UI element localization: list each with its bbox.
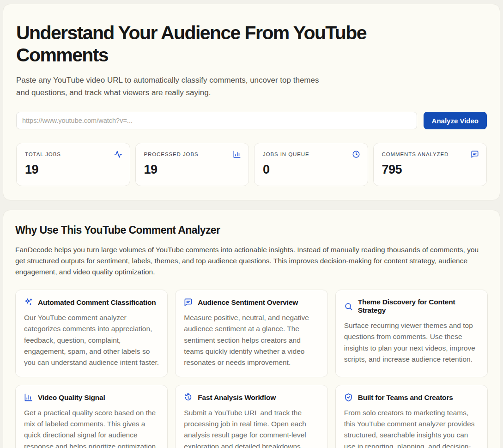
stat-value: 795 <box>382 163 479 177</box>
feature-card-sentiment: Audience Sentiment Overview Measure posi… <box>175 290 327 377</box>
stat-value: 19 <box>25 163 122 177</box>
stats-row: TOTAL JOBS 19 PROCESSED JOBS 19 JOBS IN … <box>16 143 487 186</box>
url-submit-row: Analyze Video <box>16 112 487 129</box>
feature-card-classification: Automated Comment Classification Our You… <box>15 290 168 377</box>
feature-card-teams: Built for Teams and Creators From solo c… <box>335 385 488 448</box>
feature-title: Video Quality Signal <box>38 394 105 402</box>
hero-section: Understand Your Audience From YouTube Co… <box>3 4 500 200</box>
feature-body: Get a practical quality score based on t… <box>24 407 159 448</box>
stat-card-jobs-in-queue: JOBS IN QUEUE 0 <box>254 143 368 186</box>
section-intro: FanDecode helps you turn large volumes o… <box>15 244 488 278</box>
bar-chart-icon <box>24 393 33 402</box>
feature-card-quality-signal: Video Quality Signal Get a practical qua… <box>15 385 168 448</box>
feature-body: From solo creators to marketing teams, t… <box>344 407 479 448</box>
stat-label: TOTAL JOBS <box>25 151 61 157</box>
stat-value: 19 <box>144 163 242 177</box>
feature-title: Theme Discovery for Content Strategy <box>358 298 479 315</box>
comment-icon <box>184 298 193 307</box>
feature-title: Built for Teams and Creators <box>358 394 453 402</box>
feature-body: Surface recurring viewer themes and top … <box>344 320 479 365</box>
why-use-section: Why Use This YouTube Comment Analyzer Fa… <box>3 210 500 448</box>
feature-grid: Automated Comment Classification Our You… <box>15 290 488 448</box>
feature-title: Audience Sentiment Overview <box>198 298 298 307</box>
stat-label: PROCESSED JOBS <box>144 151 199 157</box>
stat-card-processed-jobs: PROCESSED JOBS 19 <box>135 143 249 186</box>
video-url-input[interactable] <box>16 112 417 129</box>
stat-label: COMMENTS ANALYZED <box>382 151 449 157</box>
feature-title: Fast Analysis Workflow <box>198 394 276 402</box>
stat-label: JOBS IN QUEUE <box>263 151 309 157</box>
section-heading: Why Use This YouTube Comment Analyzer <box>15 224 488 236</box>
page-subtitle: Paste any YouTube video URL to automatic… <box>16 74 330 99</box>
stat-value: 0 <box>263 163 360 177</box>
activity-icon <box>114 150 122 158</box>
clock-icon <box>352 150 360 158</box>
bar-chart-icon <box>233 150 241 158</box>
shield-check-icon <box>344 393 353 402</box>
search-icon <box>344 302 353 311</box>
feature-body: Our YouTube comment analyzer categorizes… <box>24 312 159 368</box>
sparkles-icon <box>24 298 33 307</box>
analyze-video-button[interactable]: Analyze Video <box>424 112 487 129</box>
timer-icon <box>184 393 193 402</box>
feature-card-fast-workflow: Fast Analysis Workflow Submit a YouTube … <box>175 385 327 448</box>
page-title: Understand Your Audience From YouTube Co… <box>16 22 460 67</box>
comment-icon <box>471 150 479 158</box>
stat-card-comments-analyzed: COMMENTS ANALYZED 795 <box>373 143 487 186</box>
feature-title: Automated Comment Classification <box>38 298 156 307</box>
feature-card-theme-discovery: Theme Discovery for Content Strategy Sur… <box>335 290 488 377</box>
feature-body: Submit a YouTube URL and track the proce… <box>184 407 319 448</box>
stat-card-total-jobs: TOTAL JOBS 19 <box>16 143 130 186</box>
feature-body: Measure positive, neutral, and negative … <box>184 312 319 368</box>
